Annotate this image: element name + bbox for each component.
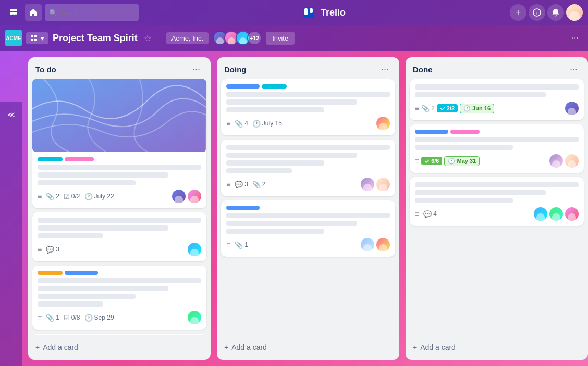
card-10[interactable]: ≡ 💬 4 bbox=[410, 177, 584, 226]
description-icon: ≡ bbox=[38, 245, 42, 254]
card-avatar bbox=[565, 102, 579, 115]
list-done-footer: + Add a card bbox=[406, 335, 588, 360]
list-doing-footer: + Add a card bbox=[217, 335, 399, 360]
due-date: 🕐 July 22 bbox=[84, 193, 114, 200]
svg-rect-4 bbox=[13, 12, 16, 15]
list-todo-title: To do bbox=[35, 65, 56, 74]
comments-icon: 💬 3 bbox=[235, 181, 248, 188]
board-main: ≪ To do ··· bbox=[0, 51, 588, 366]
card-2[interactable]: ≡ 💬 3 bbox=[32, 212, 206, 261]
add-card-done-button[interactable]: + Add a card bbox=[410, 339, 584, 356]
card-avatar bbox=[172, 190, 186, 203]
card-avatar bbox=[376, 238, 390, 251]
card-1-meta: ≡ 📎 2 ☑ 0/2 🕐 July 22 bbox=[38, 190, 201, 203]
card-3-labels bbox=[38, 271, 201, 275]
info-button[interactable]: i bbox=[529, 4, 545, 21]
home-icon[interactable] bbox=[25, 4, 42, 21]
label-pink bbox=[450, 130, 480, 134]
list-todo: To do ··· bbox=[28, 57, 211, 360]
workspace-label[interactable]: Acme, Inc. bbox=[166, 32, 209, 44]
star-button[interactable]: ☆ bbox=[142, 31, 153, 45]
attachment-icon: 📎 4 bbox=[235, 120, 248, 128]
card-7[interactable]: ≡ 📎 1 bbox=[221, 200, 395, 257]
grid-menu-icon[interactable] bbox=[5, 4, 22, 21]
card-7-avatars bbox=[361, 238, 390, 251]
description-icon: ≡ bbox=[415, 157, 419, 165]
list-doing-title: Doing bbox=[224, 65, 247, 74]
card-1-text bbox=[38, 165, 201, 185]
card-10-text bbox=[415, 182, 579, 203]
card-8-meta: ≡ 📎 2 2/2 🕐 Jun 16 bbox=[415, 102, 579, 115]
user-avatar[interactable] bbox=[566, 4, 583, 21]
card-3[interactable]: ≡ 📎 1 ☑ 0/8 🕐 Sep 29 bbox=[32, 266, 206, 330]
text-line bbox=[226, 92, 390, 97]
card-avatar bbox=[376, 117, 390, 130]
add-card-doing-button[interactable]: + Add a card bbox=[221, 339, 395, 356]
card-6[interactable]: ≡ 💬 3 📎 2 bbox=[221, 140, 395, 196]
list-doing: Doing ··· ≡ 📎 4 🕐 July 15 bbox=[217, 57, 399, 360]
text-line bbox=[415, 190, 546, 195]
checklist-badge: 2/2 bbox=[437, 104, 458, 112]
card-2-text bbox=[38, 218, 201, 238]
card-5[interactable]: ≡ 📎 4 🕐 July 15 bbox=[221, 79, 395, 135]
list-doing-header: Doing ··· bbox=[217, 57, 399, 79]
plus-icon: + bbox=[224, 343, 228, 351]
list-todo-header: To do ··· bbox=[28, 57, 211, 79]
list-doing-cards: ≡ 📎 4 🕐 July 15 ≡ 💬 bbox=[217, 79, 399, 335]
card-3-avatars bbox=[188, 311, 201, 324]
search-input[interactable] bbox=[45, 4, 139, 21]
divider bbox=[160, 32, 160, 44]
member-avatars: +12 bbox=[213, 31, 262, 45]
label-teal bbox=[262, 84, 287, 89]
card-8[interactable]: ≡ 📎 2 2/2 🕐 Jun 16 bbox=[410, 79, 584, 120]
list-doing-menu[interactable]: ··· bbox=[378, 64, 392, 75]
svg-rect-7 bbox=[304, 8, 308, 15]
due-date-badge: 🕐 Jun 16 bbox=[460, 104, 494, 113]
invite-button[interactable]: Invite bbox=[266, 32, 295, 45]
avatar-count[interactable]: +12 bbox=[247, 31, 262, 45]
text-line bbox=[226, 213, 390, 218]
card-3-meta: ≡ 📎 1 ☑ 0/8 🕐 Sep 29 bbox=[38, 311, 201, 324]
view-chevron: ▾ bbox=[41, 34, 44, 42]
more-options-button[interactable]: ··· bbox=[568, 31, 583, 45]
svg-rect-12 bbox=[34, 35, 37, 37]
svg-rect-14 bbox=[34, 39, 37, 41]
list-todo-menu[interactable]: ··· bbox=[189, 64, 203, 75]
label-pink bbox=[65, 157, 94, 161]
text-line bbox=[226, 221, 357, 226]
text-line bbox=[415, 137, 579, 142]
trello-logo: Trello bbox=[142, 7, 507, 18]
card-1[interactable]: ≡ 📎 2 ☑ 0/2 🕐 July 22 bbox=[32, 79, 206, 208]
list-done-cards: ≡ 📎 2 2/2 🕐 Jun 16 bbox=[406, 79, 588, 335]
card-avatar bbox=[549, 207, 563, 221]
view-toggle[interactable]: ▾ bbox=[26, 32, 48, 44]
card-7-text bbox=[226, 213, 390, 234]
text-line bbox=[38, 225, 168, 231]
card-6-text bbox=[226, 145, 390, 173]
label-blue bbox=[226, 206, 260, 210]
card-9-meta: ≡ 6/6 🕐 May 31 bbox=[415, 154, 579, 168]
card-8-avatars bbox=[565, 102, 579, 115]
add-button[interactable]: + bbox=[510, 4, 526, 21]
text-line bbox=[38, 218, 201, 223]
card-9[interactable]: ≡ 6/6 🕐 May 31 bbox=[410, 124, 584, 173]
card-10-meta: ≡ 💬 4 bbox=[415, 207, 579, 221]
card-avatar bbox=[565, 154, 579, 168]
text-line bbox=[38, 165, 201, 170]
notifications-button[interactable] bbox=[547, 4, 564, 21]
card-7-labels bbox=[226, 206, 390, 210]
nav-right: + i bbox=[510, 4, 583, 21]
text-line bbox=[226, 153, 357, 158]
add-card-todo-button[interactable]: + Add a card bbox=[32, 339, 206, 356]
list-todo-footer: + Add a card bbox=[28, 335, 211, 360]
svg-rect-11 bbox=[31, 35, 33, 37]
text-line bbox=[415, 92, 546, 97]
card-avatar bbox=[549, 154, 563, 168]
description-icon: ≡ bbox=[415, 104, 419, 112]
text-line bbox=[38, 301, 103, 307]
list-done-menu[interactable]: ··· bbox=[567, 64, 581, 75]
sidebar-toggle[interactable]: ≪ bbox=[0, 102, 22, 366]
board-title: Project Team Spirit bbox=[53, 33, 138, 44]
card-8-text bbox=[415, 84, 579, 97]
text-line bbox=[38, 278, 201, 283]
